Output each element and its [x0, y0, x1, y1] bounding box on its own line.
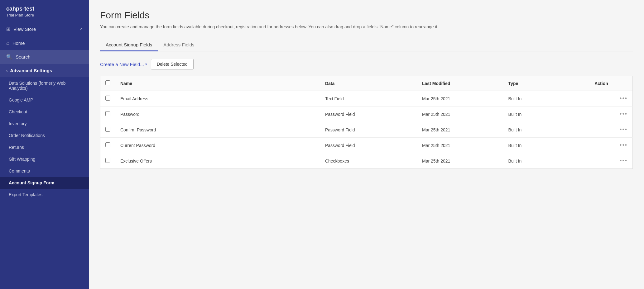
tab-address-fields[interactable]: Address Fields	[158, 39, 200, 51]
select-all-checkbox[interactable]	[105, 80, 110, 85]
row-checkbox-cell	[100, 122, 116, 138]
nav-view-store[interactable]: ⊞ View Store ↗	[0, 22, 89, 36]
chevron-left-icon: ‹	[6, 68, 7, 73]
sidebar-item-label: Account Signup Form	[9, 180, 54, 185]
sidebar-item-label: Gift Wrapping	[9, 157, 35, 162]
row-name-3: Current Password	[115, 138, 320, 153]
action-menu-icon-0[interactable]: •••	[620, 95, 627, 102]
row-checkbox-0[interactable]	[105, 96, 110, 101]
sidebar-item-label: Checkout	[9, 109, 27, 114]
advanced-settings-label: Advanced Settings	[10, 68, 52, 73]
tab-account-signup-fields[interactable]: Account Signup Fields	[100, 39, 158, 51]
sidebar-item-order-notifications[interactable]: Order Notifications	[0, 130, 89, 141]
toolbar: Create a New Field... ▾ Delete Selected	[100, 59, 633, 69]
sidebar-item-returns[interactable]: Returns	[0, 141, 89, 153]
sidebar-item-export-templates[interactable]: Export Templates	[0, 189, 89, 201]
sidebar-sub-items: Data Solutions (formerly Web Analytics) …	[0, 77, 89, 201]
table-header: Name Data Last Modified Type Action	[100, 76, 633, 91]
row-action-1[interactable]: •••	[589, 107, 632, 122]
sidebar-item-data-solutions[interactable]: Data Solutions (formerly Web Analytics)	[0, 77, 89, 94]
create-new-field-button[interactable]: Create a New Field... ▾	[100, 62, 147, 67]
home-icon: ⌂	[6, 40, 9, 46]
row-modified-4: Mar 25th 2021	[417, 153, 503, 169]
header-row: Name Data Last Modified Type Action	[100, 76, 633, 91]
row-name-4: Exclusive Offers	[115, 153, 320, 169]
table-row: Exclusive Offers Checkboxes Mar 25th 202…	[100, 153, 633, 169]
row-type-3: Built In	[503, 138, 590, 153]
advanced-settings-toggle[interactable]: ‹ Advanced Settings	[0, 64, 89, 77]
row-data-2: Password Field	[320, 122, 417, 138]
store-icon: ⊞	[6, 26, 10, 32]
dropdown-arrow-icon: ▾	[145, 62, 147, 66]
store-name: cahps-test	[6, 6, 83, 12]
row-data-0: Text Field	[320, 91, 417, 107]
header-name: Name	[115, 76, 320, 91]
delete-selected-label: Delete Selected	[157, 62, 188, 67]
header-checkbox-cell	[100, 76, 116, 91]
table-row: Password Password Field Mar 25th 2021 Bu…	[100, 107, 633, 122]
external-link-icon: ↗	[79, 27, 83, 31]
sidebar-item-label: Google AMP	[9, 97, 33, 102]
sidebar-item-gift-wrapping[interactable]: Gift Wrapping	[0, 153, 89, 165]
row-action-3[interactable]: •••	[589, 138, 632, 153]
row-type-0: Built In	[503, 91, 590, 107]
sidebar-item-label: Returns	[9, 145, 24, 150]
row-name-0: Email Address	[115, 91, 320, 107]
header-data: Data	[320, 76, 417, 91]
row-name-2: Confirm Password	[115, 122, 320, 138]
row-checkbox-cell	[100, 107, 116, 122]
row-modified-1: Mar 25th 2021	[417, 107, 503, 122]
table-row: Current Password Password Field Mar 25th…	[100, 138, 633, 153]
sidebar-item-label: Order Notifications	[9, 133, 45, 138]
row-checkbox-cell	[100, 138, 116, 153]
row-type-4: Built In	[503, 153, 590, 169]
header-action: Action	[589, 76, 632, 91]
store-plan: Trial Plan Store	[6, 13, 83, 17]
nav-view-store-label: View Store	[13, 26, 36, 32]
sidebar-item-account-signup-form[interactable]: Account Signup Form	[0, 177, 89, 189]
row-data-4: Checkboxes	[320, 153, 417, 169]
row-checkbox-3[interactable]	[105, 142, 110, 147]
tabs-bar: Account Signup Fields Address Fields	[100, 39, 633, 51]
row-checkbox-2[interactable]	[105, 127, 110, 132]
row-checkbox-cell	[100, 91, 116, 107]
row-modified-3: Mar 25th 2021	[417, 138, 503, 153]
fields-table: Name Data Last Modified Type Action	[100, 76, 633, 169]
sidebar-item-google-amp[interactable]: Google AMP	[0, 94, 89, 106]
sidebar-item-label: Comments	[9, 168, 30, 173]
page-title: Form Fields	[100, 10, 633, 21]
action-menu-icon-1[interactable]: •••	[620, 111, 627, 117]
row-type-2: Built In	[503, 122, 590, 138]
nav-search[interactable]: 🔍 Search	[0, 50, 89, 64]
action-menu-icon-4[interactable]: •••	[620, 158, 627, 164]
row-type-1: Built In	[503, 107, 590, 122]
action-menu-icon-3[interactable]: •••	[620, 142, 627, 148]
table-row: Confirm Password Password Field Mar 25th…	[100, 122, 633, 138]
header-last-modified: Last Modified	[417, 76, 503, 91]
sidebar-item-checkout[interactable]: Checkout	[0, 106, 89, 118]
row-action-2[interactable]: •••	[589, 122, 632, 138]
create-field-label: Create a New Field...	[100, 62, 144, 67]
row-checkbox-4[interactable]	[105, 158, 110, 163]
row-action-0[interactable]: •••	[589, 91, 632, 107]
nav-home-label: Home	[12, 40, 25, 46]
sidebar: cahps-test Trial Plan Store ⊞ View Store…	[0, 0, 89, 289]
main-content: Form Fields You can create and manage th…	[89, 0, 644, 289]
sidebar-item-label: Inventory	[9, 121, 27, 126]
sidebar-item-comments[interactable]: Comments	[0, 165, 89, 177]
nav-home[interactable]: ⌂ Home	[0, 36, 89, 50]
sidebar-header: cahps-test Trial Plan Store	[0, 0, 89, 22]
action-menu-icon-2[interactable]: •••	[620, 126, 627, 133]
page-description: You can create and manage the form field…	[100, 24, 443, 30]
row-checkbox-1[interactable]	[105, 111, 110, 116]
sidebar-item-label: Data Solutions (formerly Web Analytics)	[9, 81, 66, 91]
search-icon: 🔍	[6, 54, 12, 60]
row-action-4[interactable]: •••	[589, 153, 632, 169]
row-modified-2: Mar 25th 2021	[417, 122, 503, 138]
table-body: Email Address Text Field Mar 25th 2021 B…	[100, 91, 633, 169]
table-row: Email Address Text Field Mar 25th 2021 B…	[100, 91, 633, 107]
delete-selected-button[interactable]: Delete Selected	[151, 59, 194, 69]
row-modified-0: Mar 25th 2021	[417, 91, 503, 107]
row-data-1: Password Field	[320, 107, 417, 122]
sidebar-item-inventory[interactable]: Inventory	[0, 118, 89, 130]
